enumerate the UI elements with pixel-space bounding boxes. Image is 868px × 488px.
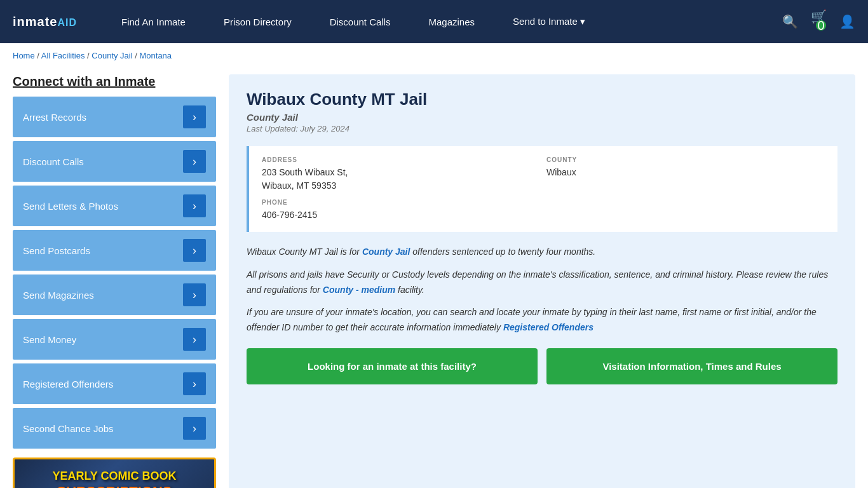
- cart-icon[interactable]: 🛒 0: [811, 9, 827, 34]
- list-item: Discount Calls ›: [13, 141, 216, 182]
- breadcrumb-all-facilities[interactable]: All Facilities: [41, 51, 85, 60]
- ad-title: YEARLY COMIC BOOK: [22, 470, 207, 484]
- main-nav: Find An Inmate Prison Directory Discount…: [102, 16, 782, 27]
- list-item: Registered Offenders ›: [13, 363, 216, 404]
- sidebar-item-send-postcards[interactable]: Send Postcards ›: [13, 230, 216, 271]
- last-updated: Last Updated: July 29, 2024: [247, 124, 837, 133]
- nav-send-to-inmate[interactable]: Send to Inmate ▾: [494, 16, 604, 27]
- logo[interactable]: inmateAID: [13, 15, 77, 29]
- sidebar-item-send-letters[interactable]: Send Letters & Photos ›: [13, 186, 216, 226]
- facility-description: Wibaux County MT Jail is for County Jail…: [247, 245, 837, 336]
- sidebar-item-discount-calls[interactable]: Discount Calls ›: [13, 141, 216, 182]
- list-item: Arrest Records ›: [13, 97, 216, 137]
- sidebar-menu: Arrest Records › Discount Calls › Send L…: [13, 97, 216, 449]
- nav-discount-calls[interactable]: Discount Calls: [311, 17, 410, 27]
- sidebar-heading: Connect with an Inmate: [13, 74, 216, 89]
- county-section: COUNTY Wibaux: [546, 156, 825, 193]
- sidebar-item-registered-offenders[interactable]: Registered Offenders ›: [13, 363, 216, 404]
- breadcrumb-state[interactable]: Montana: [139, 51, 172, 60]
- chevron-right-icon: ›: [183, 372, 206, 395]
- description-paragraph-1: Wibaux County MT Jail is for County Jail…: [247, 245, 837, 260]
- info-box: ADDRESS 203 South Wibaux St, Wibaux, MT …: [247, 146, 837, 232]
- sidebar-item-arrest-records[interactable]: Arrest Records ›: [13, 97, 216, 137]
- chevron-right-icon: ›: [183, 150, 206, 173]
- sidebar: Connect with an Inmate Arrest Records › …: [13, 74, 216, 488]
- chevron-right-icon: ›: [183, 417, 206, 440]
- list-item: Second Chance Jobs ›: [13, 408, 216, 449]
- main-container: Connect with an Inmate Arrest Records › …: [0, 68, 868, 488]
- phone-value: 406-796-2415: [262, 208, 540, 222]
- ad-banner[interactable]: YEARLY COMIC BOOK SUBSCRIPTIONS STARTING…: [13, 458, 216, 488]
- action-buttons: Looking for an inmate at this facility? …: [247, 348, 837, 384]
- chevron-right-icon: ›: [183, 283, 206, 306]
- county-medium-link[interactable]: County - medium: [323, 285, 395, 295]
- facility-type: County Jail: [247, 112, 837, 123]
- search-icon[interactable]: 🔍: [782, 14, 798, 29]
- address-label: ADDRESS: [262, 156, 540, 163]
- description-paragraph-2: All prisons and jails have Security or C…: [247, 268, 837, 298]
- chevron-right-icon: ›: [183, 328, 206, 351]
- list-item: Send Letters & Photos ›: [13, 186, 216, 226]
- list-item: Send Money ›: [13, 319, 216, 360]
- ad-subtitle: SUBSCRIPTIONS: [22, 484, 207, 488]
- sidebar-item-send-magazines[interactable]: Send Magazines ›: [13, 274, 216, 315]
- registered-offenders-link[interactable]: Registered Offenders: [503, 322, 593, 332]
- sidebar-item-second-chance-jobs[interactable]: Second Chance Jobs ›: [13, 408, 216, 449]
- site-header: inmateAID Find An Inmate Prison Director…: [0, 0, 868, 43]
- sidebar-item-send-money[interactable]: Send Money ›: [13, 319, 216, 360]
- address-value: 203 South Wibaux St, Wibaux, MT 59353: [262, 166, 540, 193]
- chevron-right-icon: ›: [183, 239, 206, 262]
- address-section: ADDRESS 203 South Wibaux St, Wibaux, MT …: [262, 156, 540, 193]
- nav-magazines[interactable]: Magazines: [410, 17, 494, 27]
- breadcrumb-home[interactable]: Home: [13, 51, 35, 60]
- facility-content: Wibaux County MT Jail County Jail Last U…: [229, 74, 855, 488]
- find-inmate-button[interactable]: Looking for an inmate at this facility?: [247, 348, 538, 384]
- county-jail-link[interactable]: County Jail: [362, 247, 410, 257]
- list-item: Send Magazines ›: [13, 274, 216, 315]
- chevron-right-icon: ›: [183, 105, 206, 128]
- breadcrumb-county-jail[interactable]: County Jail: [92, 51, 132, 60]
- user-icon[interactable]: 👤: [839, 14, 855, 29]
- description-paragraph-3: If you are unsure of your inmate's locat…: [247, 305, 837, 336]
- phone-label: PHONE: [262, 199, 540, 206]
- visitation-info-button[interactable]: Visitation Information, Times and Rules: [546, 348, 837, 384]
- chevron-right-icon: ›: [183, 194, 206, 217]
- phone-section: PHONE 406-796-2415: [262, 199, 540, 222]
- header-icons: 🔍 🛒 0 👤: [782, 9, 855, 34]
- county-label: COUNTY: [546, 156, 825, 163]
- county-value: Wibaux: [546, 166, 825, 179]
- nav-prison-directory[interactable]: Prison Directory: [205, 17, 311, 27]
- list-item: Send Postcards ›: [13, 230, 216, 271]
- breadcrumb: Home / All Facilities / County Jail / Mo…: [0, 43, 868, 68]
- facility-title: Wibaux County MT Jail: [247, 90, 837, 109]
- nav-find-inmate[interactable]: Find An Inmate: [102, 17, 205, 27]
- cart-badge: 0: [816, 20, 826, 30]
